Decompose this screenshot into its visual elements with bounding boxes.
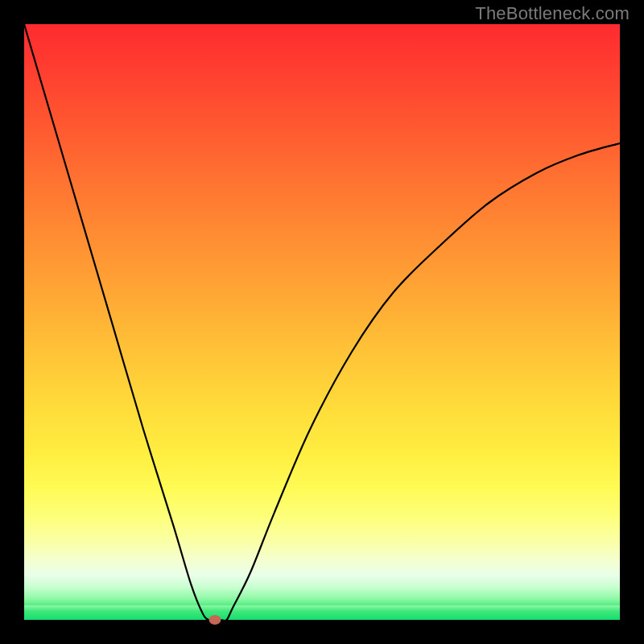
bottleneck-curve bbox=[24, 24, 620, 620]
watermark-text: TheBottleneck.com bbox=[475, 3, 630, 24]
app-root: TheBottleneck.com bbox=[0, 0, 644, 644]
plot-area bbox=[24, 24, 620, 620]
optimum-marker bbox=[208, 615, 221, 625]
